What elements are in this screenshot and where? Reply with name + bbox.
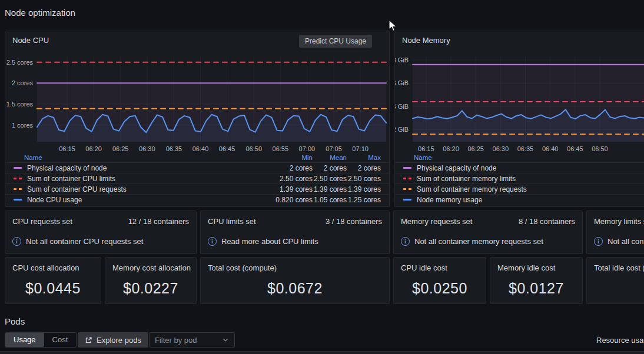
legend-row: Node memory usage [395,194,644,205]
series-swatch [403,199,411,201]
node-memory-legend: Name Physical capacity of node Sum of co… [395,152,644,205]
legend-row: Node CPU usage 0.820 cores 1.05 cores 1.… [5,194,389,205]
svg-text:2.5 cores: 2.5 cores [6,59,34,66]
svg-text:06:55: 06:55 [273,145,289,152]
legend-header-name[interactable]: Name [24,154,42,161]
series-name[interactable]: Sum of container memory requests [417,185,527,193]
node-cpu-chart[interactable]: 06:1506:2006:2506:3006:3506:4006:4506:50… [5,51,388,152]
svg-text:07:05: 07:05 [326,145,342,152]
panel-title-node-memory: Node Memory [402,36,450,45]
cost-title: Total idle cost (compute) [594,263,644,272]
series-swatch [14,178,22,179]
stat-note-text: Not all container memory limits set [608,237,644,246]
series-mean: 2 cores [313,164,347,172]
series-mean: 2.50 cores [313,175,347,183]
stat-note-text: Not all container memory requests set [414,237,543,246]
info-icon: i [208,237,217,246]
series-max: 1.25 cores [347,196,381,204]
series-name[interactable]: Physical capacity of node [417,164,496,172]
svg-text:6 GiB: 6 GiB [395,79,409,86]
svg-text:06:50: 06:50 [592,145,608,152]
series-name[interactable]: Sum of container CPU requests [27,185,127,193]
svg-text:1 cores: 1 cores [12,122,34,129]
legend-header-min[interactable]: Min [265,154,313,161]
panel-cpu-idle-cost: CPU idle cost $0.0250 [393,257,486,304]
svg-text:06:50: 06:50 [245,145,262,152]
filter-by-pod-placeholder: Filter by pod [155,336,197,345]
next-panel-top-edge [0,351,644,354]
series-max: 1.39 cores [347,185,381,193]
filter-by-pod-select[interactable]: Filter by pod [149,332,235,348]
series-name[interactable]: Node CPU usage [27,196,82,204]
tab-cost[interactable]: Cost [44,333,77,347]
series-name[interactable]: Node memory usage [417,196,482,204]
svg-text:06:25: 06:25 [467,145,484,152]
section-row-pods[interactable]: Pods [5,316,25,326]
stat-value: 12 / 18 containers [128,217,189,226]
cost-title: Memory cost allocation [112,263,191,272]
info-icon: i [594,237,603,246]
stat-title: CPU requests set [12,217,72,226]
svg-text:06:20: 06:20 [443,145,459,152]
series-swatch [14,188,22,190]
svg-text:2 GiB: 2 GiB [395,126,409,133]
legend-header-mean[interactable]: Mean [313,154,347,161]
series-max: 2 cores [347,164,381,172]
panel-memory-idle-cost: Memory idle cost $0.0127 [490,257,583,304]
series-mean: 1.39 cores [313,185,347,193]
panel-total-idle-cost: Total idle cost (compute) [586,257,644,304]
series-min: 2.50 cores [265,175,313,183]
cost-title: CPU cost allocation [12,263,79,272]
legend-header-name[interactable]: Name [414,154,432,161]
svg-text:06:25: 06:25 [112,145,129,152]
grafana-dashboard: Node optimization Node CPU Predict CPU U… [0,0,644,354]
stat-note-link[interactable]: Read more about CPU limits [221,237,318,246]
info-icon: i [12,237,21,246]
series-name[interactable]: Sum of container memory limits [417,175,516,183]
cost-value: $0.0445 [5,280,101,297]
stat-title: Memory limits set [594,217,644,226]
section-row-node-optimization[interactable]: Node optimization [5,8,75,18]
stat-value: 8 / 18 containers [519,217,575,226]
node-memory-chart[interactable]: 06:1506:2006:2506:3006:3506:4006:4506:50… [395,51,644,152]
legend-header-max[interactable]: Max [347,154,381,161]
cost-title: Total cost (compute) [208,263,277,272]
series-min: 0.820 cores [265,196,313,204]
series-max: 2.50 cores [347,175,381,183]
svg-text:06:30: 06:30 [139,145,155,152]
series-swatch [14,199,22,201]
usage-cost-toggle: Usage Cost [5,332,77,348]
legend-row: Sum of container memory requests [395,183,644,194]
svg-text:06:15: 06:15 [418,145,434,152]
svg-text:06:45: 06:45 [219,145,235,152]
svg-text:06:30: 06:30 [493,145,509,152]
cost-value: $0.0127 [490,280,582,297]
cost-value: $0.0227 [105,280,196,297]
svg-text:06:35: 06:35 [166,145,182,152]
chevron-down-icon [222,336,229,343]
node-cpu-legend: Name Min Mean Max Physical capacity of n… [5,152,389,205]
legend-header: Name Min Mean Max [5,152,389,162]
predict-cpu-usage-button[interactable]: Predict CPU Usage [299,35,372,48]
tab-usage[interactable]: Usage [5,333,44,347]
resource-usage-label: Resource usage [596,336,644,345]
panel-cpu-cost-allocation: CPU cost allocation $0.0445 [5,257,101,304]
series-name[interactable]: Physical capacity of node [27,164,107,172]
panel-memory-requests-set: Memory requests set 8 / 18 containers i … [393,211,583,254]
svg-text:8 GiB: 8 GiB [395,56,409,64]
explore-pods-button[interactable]: Explore pods [78,332,148,348]
svg-text:4 GiB: 4 GiB [395,103,409,110]
legend-row: Sum of container memory limits [395,173,644,183]
cost-value: $0.0672 [201,280,389,297]
panel-node-memory: Node Memory 06:1506:2006:2506:3006:3506:… [394,31,644,207]
external-link-icon [85,336,92,344]
stat-value: 3 / 18 containers [326,217,382,226]
series-name[interactable]: Sum of container CPU limits [27,175,115,183]
svg-text:2 cores: 2 cores [12,79,34,86]
explore-pods-label: Explore pods [97,336,141,345]
panel-title-node-cpu: Node CPU [12,36,49,45]
series-min: 2 cores [265,164,313,172]
stat-title: Memory requests set [401,217,472,226]
panel-total-cost-compute: Total cost (compute) $0.0672 [200,257,390,304]
svg-text:06:35: 06:35 [517,145,534,152]
